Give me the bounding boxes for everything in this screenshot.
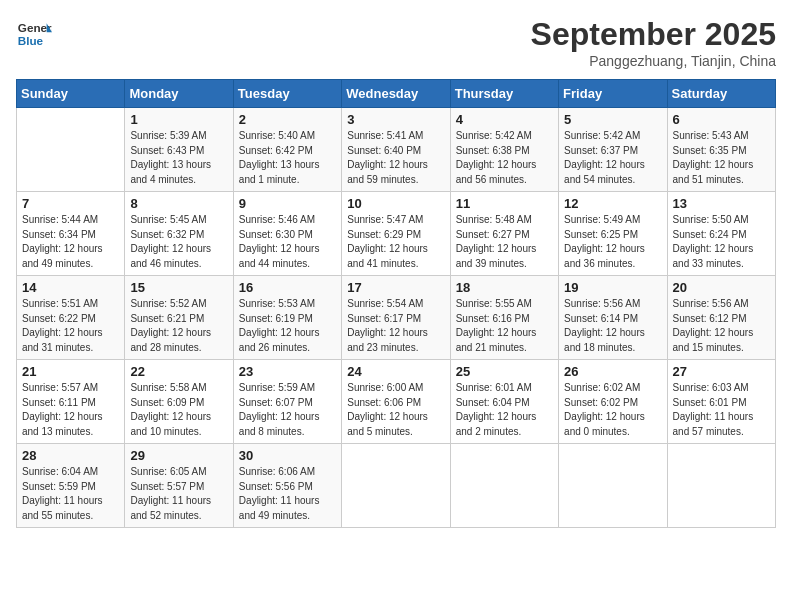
day-number: 27 <box>673 364 770 379</box>
day-info: Sunrise: 5:49 AM Sunset: 6:25 PM Dayligh… <box>564 213 661 271</box>
calendar-cell <box>17 108 125 192</box>
day-number: 28 <box>22 448 119 463</box>
calendar-cell: 1Sunrise: 5:39 AM Sunset: 6:43 PM Daylig… <box>125 108 233 192</box>
day-number: 25 <box>456 364 553 379</box>
logo-icon: General Blue <box>16 16 52 52</box>
day-header-wednesday: Wednesday <box>342 80 450 108</box>
calendar-cell: 25Sunrise: 6:01 AM Sunset: 6:04 PM Dayli… <box>450 360 558 444</box>
calendar-cell: 11Sunrise: 5:48 AM Sunset: 6:27 PM Dayli… <box>450 192 558 276</box>
calendar-week-1: 1Sunrise: 5:39 AM Sunset: 6:43 PM Daylig… <box>17 108 776 192</box>
day-number: 5 <box>564 112 661 127</box>
day-info: Sunrise: 6:04 AM Sunset: 5:59 PM Dayligh… <box>22 465 119 523</box>
day-number: 14 <box>22 280 119 295</box>
logo: General Blue <box>16 16 52 52</box>
calendar-cell: 4Sunrise: 5:42 AM Sunset: 6:38 PM Daylig… <box>450 108 558 192</box>
day-number: 22 <box>130 364 227 379</box>
day-info: Sunrise: 5:57 AM Sunset: 6:11 PM Dayligh… <box>22 381 119 439</box>
day-number: 13 <box>673 196 770 211</box>
day-header-friday: Friday <box>559 80 667 108</box>
calendar-cell: 29Sunrise: 6:05 AM Sunset: 5:57 PM Dayli… <box>125 444 233 528</box>
day-number: 4 <box>456 112 553 127</box>
day-info: Sunrise: 6:06 AM Sunset: 5:56 PM Dayligh… <box>239 465 336 523</box>
calendar-cell: 6Sunrise: 5:43 AM Sunset: 6:35 PM Daylig… <box>667 108 775 192</box>
day-number: 15 <box>130 280 227 295</box>
day-number: 18 <box>456 280 553 295</box>
day-number: 30 <box>239 448 336 463</box>
calendar-cell: 5Sunrise: 5:42 AM Sunset: 6:37 PM Daylig… <box>559 108 667 192</box>
calendar-cell: 2Sunrise: 5:40 AM Sunset: 6:42 PM Daylig… <box>233 108 341 192</box>
day-info: Sunrise: 5:42 AM Sunset: 6:37 PM Dayligh… <box>564 129 661 187</box>
calendar-cell: 8Sunrise: 5:45 AM Sunset: 6:32 PM Daylig… <box>125 192 233 276</box>
location: Panggezhuang, Tianjin, China <box>531 53 776 69</box>
day-number: 7 <box>22 196 119 211</box>
title-block: September 2025 Panggezhuang, Tianjin, Ch… <box>531 16 776 69</box>
day-number: 6 <box>673 112 770 127</box>
day-info: Sunrise: 5:42 AM Sunset: 6:38 PM Dayligh… <box>456 129 553 187</box>
day-header-tuesday: Tuesday <box>233 80 341 108</box>
day-number: 19 <box>564 280 661 295</box>
day-number: 26 <box>564 364 661 379</box>
day-info: Sunrise: 5:52 AM Sunset: 6:21 PM Dayligh… <box>130 297 227 355</box>
calendar-week-5: 28Sunrise: 6:04 AM Sunset: 5:59 PM Dayli… <box>17 444 776 528</box>
day-info: Sunrise: 5:53 AM Sunset: 6:19 PM Dayligh… <box>239 297 336 355</box>
day-info: Sunrise: 5:41 AM Sunset: 6:40 PM Dayligh… <box>347 129 444 187</box>
day-info: Sunrise: 5:50 AM Sunset: 6:24 PM Dayligh… <box>673 213 770 271</box>
day-info: Sunrise: 5:56 AM Sunset: 6:12 PM Dayligh… <box>673 297 770 355</box>
day-info: Sunrise: 5:40 AM Sunset: 6:42 PM Dayligh… <box>239 129 336 187</box>
calendar-week-4: 21Sunrise: 5:57 AM Sunset: 6:11 PM Dayli… <box>17 360 776 444</box>
calendar-table: SundayMondayTuesdayWednesdayThursdayFrid… <box>16 79 776 528</box>
calendar-cell: 28Sunrise: 6:04 AM Sunset: 5:59 PM Dayli… <box>17 444 125 528</box>
calendar-cell <box>450 444 558 528</box>
day-number: 10 <box>347 196 444 211</box>
calendar-header-row: SundayMondayTuesdayWednesdayThursdayFrid… <box>17 80 776 108</box>
day-info: Sunrise: 6:03 AM Sunset: 6:01 PM Dayligh… <box>673 381 770 439</box>
month-title: September 2025 <box>531 16 776 53</box>
calendar-cell: 18Sunrise: 5:55 AM Sunset: 6:16 PM Dayli… <box>450 276 558 360</box>
day-info: Sunrise: 5:44 AM Sunset: 6:34 PM Dayligh… <box>22 213 119 271</box>
calendar-cell: 22Sunrise: 5:58 AM Sunset: 6:09 PM Dayli… <box>125 360 233 444</box>
day-info: Sunrise: 5:47 AM Sunset: 6:29 PM Dayligh… <box>347 213 444 271</box>
day-info: Sunrise: 5:54 AM Sunset: 6:17 PM Dayligh… <box>347 297 444 355</box>
calendar-week-3: 14Sunrise: 5:51 AM Sunset: 6:22 PM Dayli… <box>17 276 776 360</box>
calendar-cell: 12Sunrise: 5:49 AM Sunset: 6:25 PM Dayli… <box>559 192 667 276</box>
day-number: 20 <box>673 280 770 295</box>
calendar-cell: 17Sunrise: 5:54 AM Sunset: 6:17 PM Dayli… <box>342 276 450 360</box>
calendar-cell: 26Sunrise: 6:02 AM Sunset: 6:02 PM Dayli… <box>559 360 667 444</box>
calendar-cell <box>342 444 450 528</box>
day-number: 29 <box>130 448 227 463</box>
day-info: Sunrise: 6:02 AM Sunset: 6:02 PM Dayligh… <box>564 381 661 439</box>
calendar-cell <box>559 444 667 528</box>
calendar-cell: 24Sunrise: 6:00 AM Sunset: 6:06 PM Dayli… <box>342 360 450 444</box>
day-number: 24 <box>347 364 444 379</box>
day-info: Sunrise: 5:56 AM Sunset: 6:14 PM Dayligh… <box>564 297 661 355</box>
calendar-cell: 10Sunrise: 5:47 AM Sunset: 6:29 PM Dayli… <box>342 192 450 276</box>
calendar-cell: 19Sunrise: 5:56 AM Sunset: 6:14 PM Dayli… <box>559 276 667 360</box>
day-info: Sunrise: 5:48 AM Sunset: 6:27 PM Dayligh… <box>456 213 553 271</box>
day-number: 2 <box>239 112 336 127</box>
calendar-cell: 21Sunrise: 5:57 AM Sunset: 6:11 PM Dayli… <box>17 360 125 444</box>
calendar-cell: 3Sunrise: 5:41 AM Sunset: 6:40 PM Daylig… <box>342 108 450 192</box>
calendar-cell: 20Sunrise: 5:56 AM Sunset: 6:12 PM Dayli… <box>667 276 775 360</box>
calendar-cell: 13Sunrise: 5:50 AM Sunset: 6:24 PM Dayli… <box>667 192 775 276</box>
day-info: Sunrise: 6:05 AM Sunset: 5:57 PM Dayligh… <box>130 465 227 523</box>
day-info: Sunrise: 5:43 AM Sunset: 6:35 PM Dayligh… <box>673 129 770 187</box>
day-info: Sunrise: 5:55 AM Sunset: 6:16 PM Dayligh… <box>456 297 553 355</box>
day-header-thursday: Thursday <box>450 80 558 108</box>
day-number: 21 <box>22 364 119 379</box>
day-info: Sunrise: 5:46 AM Sunset: 6:30 PM Dayligh… <box>239 213 336 271</box>
calendar-cell: 14Sunrise: 5:51 AM Sunset: 6:22 PM Dayli… <box>17 276 125 360</box>
day-number: 12 <box>564 196 661 211</box>
day-header-saturday: Saturday <box>667 80 775 108</box>
day-number: 9 <box>239 196 336 211</box>
calendar-cell: 16Sunrise: 5:53 AM Sunset: 6:19 PM Dayli… <box>233 276 341 360</box>
day-info: Sunrise: 5:51 AM Sunset: 6:22 PM Dayligh… <box>22 297 119 355</box>
day-info: Sunrise: 5:45 AM Sunset: 6:32 PM Dayligh… <box>130 213 227 271</box>
calendar-cell: 15Sunrise: 5:52 AM Sunset: 6:21 PM Dayli… <box>125 276 233 360</box>
day-info: Sunrise: 5:58 AM Sunset: 6:09 PM Dayligh… <box>130 381 227 439</box>
day-number: 3 <box>347 112 444 127</box>
calendar-cell: 27Sunrise: 6:03 AM Sunset: 6:01 PM Dayli… <box>667 360 775 444</box>
calendar-cell: 9Sunrise: 5:46 AM Sunset: 6:30 PM Daylig… <box>233 192 341 276</box>
day-info: Sunrise: 5:59 AM Sunset: 6:07 PM Dayligh… <box>239 381 336 439</box>
day-info: Sunrise: 6:00 AM Sunset: 6:06 PM Dayligh… <box>347 381 444 439</box>
day-number: 1 <box>130 112 227 127</box>
